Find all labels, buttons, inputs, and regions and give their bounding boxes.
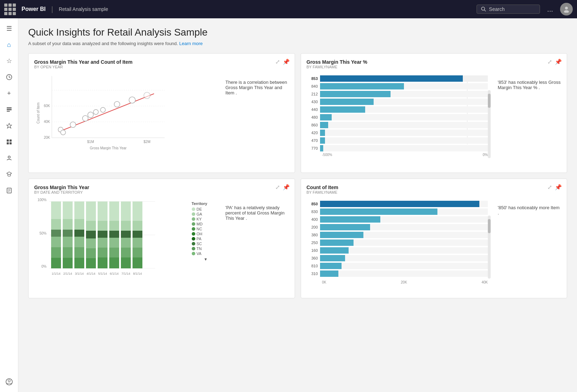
more-options-button[interactable]: ... xyxy=(547,5,553,13)
page-title: Quick Insights for Retail Analysis Sampl… xyxy=(28,27,567,38)
svg-rect-7 xyxy=(7,111,10,112)
chart2-row-212: 212 xyxy=(307,91,488,97)
svg-rect-87 xyxy=(133,201,142,221)
chart1-inner: Count of Item 20K 40K 60K xyxy=(34,73,289,155)
svg-rect-8 xyxy=(7,139,9,142)
svg-point-0 xyxy=(481,7,485,10)
app-grid-icon[interactable] xyxy=(4,4,16,15)
chart4-pin-icon[interactable]: 📌 xyxy=(555,184,562,191)
sidebar-create[interactable]: + xyxy=(2,86,17,101)
chart2-x-tick-min: -500% xyxy=(322,153,332,157)
svg-rect-11 xyxy=(10,142,12,144)
chart1-pin-icon[interactable]: 📌 xyxy=(283,58,290,65)
chart2-scrollbar[interactable] xyxy=(488,90,491,158)
chart2-row-860: 860 xyxy=(307,122,488,128)
chart1-note: There is a correlation between Gross Mar… xyxy=(226,73,289,95)
svg-rect-84 xyxy=(121,238,131,248)
app-layout: ☰ ⌂ ☆ + Quick Insights for Retail xyxy=(0,18,577,392)
chart2-pin-icon[interactable]: 📌 xyxy=(555,58,562,65)
svg-text:8/1/14: 8/1/14 xyxy=(133,272,142,275)
svg-point-37 xyxy=(93,110,98,114)
svg-rect-62 xyxy=(74,258,84,268)
brand-logo[interactable]: Power BI xyxy=(22,6,45,12)
chart3-legend-ky: KY xyxy=(192,217,220,221)
topnav: Power BI | Retail Analysis sample Search… xyxy=(0,0,577,18)
chart2-inner: 853 840 212 xyxy=(307,73,561,164)
chart4-row-830: 830 xyxy=(307,209,488,215)
chart3-subtitle: BY DATE AND TERRITORY xyxy=(34,190,289,194)
svg-point-40 xyxy=(129,97,135,103)
chart1-expand-icon[interactable]: ⤢ xyxy=(275,58,280,65)
sidebar-home[interactable]: ⌂ xyxy=(2,37,17,52)
svg-point-34 xyxy=(70,122,76,127)
chart3-legend-tn: TN xyxy=(192,247,220,251)
chart3-pin-icon[interactable]: 📌 xyxy=(283,184,290,191)
chart4-subtitle: BY FAMILYNAME xyxy=(307,190,561,194)
sidebar-book[interactable] xyxy=(2,183,17,198)
sidebar-data[interactable] xyxy=(2,102,17,117)
svg-rect-58 xyxy=(74,219,84,230)
svg-rect-5 xyxy=(7,107,12,108)
nav-page-title: Retail Analysis sample xyxy=(59,6,108,12)
chart4-scrollbar[interactable] xyxy=(488,216,491,279)
chart2-expand-icon[interactable]: ⤢ xyxy=(547,58,552,65)
chart4-row-360: 360 xyxy=(307,255,488,261)
svg-point-18 xyxy=(8,380,10,382)
nav-separator: | xyxy=(51,5,53,13)
chart3-scroll-down-icon[interactable]: ▼ xyxy=(192,257,220,261)
chart4-expand-icon[interactable]: ⤢ xyxy=(547,184,552,191)
svg-rect-47 xyxy=(51,230,61,237)
sidebar-people[interactable] xyxy=(2,151,17,166)
svg-rect-92 xyxy=(133,257,142,268)
sidebar-learn[interactable] xyxy=(2,167,17,182)
chart4-note: '850' has noticeably more Item . xyxy=(498,198,561,216)
chart4-scrollbar-thumb[interactable] xyxy=(488,219,491,233)
chart3-inner: 100% 50% 0% xyxy=(34,198,289,284)
chart4-x-tick-0: 0K xyxy=(322,280,326,284)
svg-rect-67 xyxy=(86,248,96,258)
chart3-legend-title: Territory xyxy=(192,201,220,206)
chart2-row-770: 770 xyxy=(307,145,488,151)
svg-rect-60 xyxy=(74,237,84,247)
sidebar-favorites[interactable]: ☆ xyxy=(2,54,17,68)
chart2-note: '853' has noticeably less Gross Margin T… xyxy=(498,73,561,90)
chart1-area: Count of Item 20K 40K 60K xyxy=(34,73,220,155)
chart3-area: 100% 50% 0% xyxy=(34,198,220,284)
svg-text:2/1/14: 2/1/14 xyxy=(63,272,72,275)
sidebar-menu-toggle[interactable]: ☰ xyxy=(2,21,17,36)
svg-rect-73 xyxy=(98,248,108,257)
svg-point-35 xyxy=(82,116,88,121)
page-subtitle: A subset of your data was analyzed and t… xyxy=(28,41,567,46)
svg-rect-51 xyxy=(63,201,73,219)
svg-rect-53 xyxy=(63,230,73,237)
chart3-expand-icon[interactable]: ⤢ xyxy=(275,184,280,191)
svg-rect-77 xyxy=(109,231,119,238)
chart2-subtitle: BY FAMILYNAME xyxy=(307,65,561,69)
chart4-x-tick-20k: 20K xyxy=(401,280,407,284)
svg-rect-85 xyxy=(121,248,131,257)
svg-point-39 xyxy=(114,101,120,107)
svg-rect-74 xyxy=(98,257,108,268)
chart2-scrollbar-thumb[interactable] xyxy=(488,94,491,108)
sidebar-profile-circle[interactable] xyxy=(2,374,17,389)
search-box[interactable]: Search xyxy=(477,5,540,14)
svg-point-3 xyxy=(564,10,569,13)
svg-point-2 xyxy=(565,7,568,10)
sidebar-recent[interactable] xyxy=(2,70,17,85)
sidebar-goals[interactable] xyxy=(2,118,17,133)
charts-grid: Gross Margin This Year and Count of Item… xyxy=(28,53,567,298)
learn-more-link[interactable]: Learn more xyxy=(179,41,203,46)
chart3-legend-sc: SC xyxy=(192,242,220,246)
chart4-title: Count of Item xyxy=(307,185,561,190)
sidebar-apps[interactable] xyxy=(2,135,17,149)
avatar[interactable] xyxy=(560,3,573,15)
chart4-row-400: 400 xyxy=(307,216,488,223)
svg-text:3/1/14: 3/1/14 xyxy=(75,272,84,275)
svg-point-12 xyxy=(8,156,10,158)
chart3-legend-va: VA xyxy=(192,251,220,256)
svg-rect-82 xyxy=(121,221,131,231)
chart2-row-840: 840 xyxy=(307,83,488,89)
svg-text:5/1/14: 5/1/14 xyxy=(98,272,107,275)
svg-rect-78 xyxy=(109,238,119,248)
svg-rect-76 xyxy=(109,221,119,231)
